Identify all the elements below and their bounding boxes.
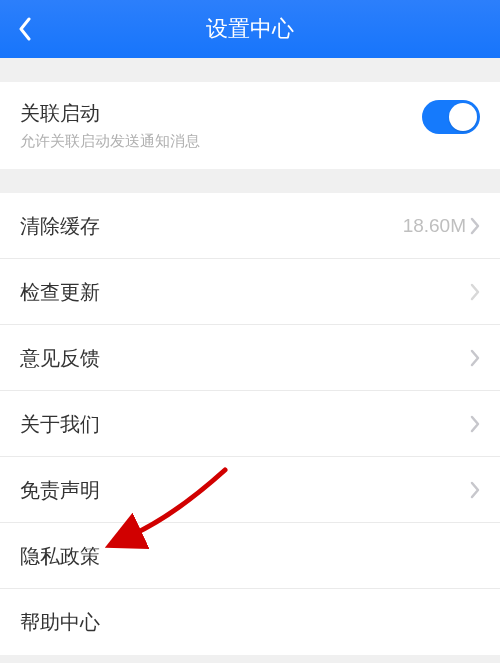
content: 关联启动 允许关联启动发送通知消息 清除缓存 18.60M 检查更新 意见反馈 bbox=[0, 58, 500, 655]
chevron-right-icon bbox=[470, 415, 480, 433]
row-feedback[interactable]: 意见反馈 bbox=[0, 325, 500, 391]
row-disclaimer[interactable]: 免责声明 bbox=[0, 457, 500, 523]
back-button[interactable] bbox=[0, 0, 50, 58]
row-label: 关联启动 bbox=[20, 100, 422, 126]
row-label: 检查更新 bbox=[20, 279, 470, 305]
row-label: 隐私政策 bbox=[20, 543, 480, 569]
linked-launch-toggle[interactable] bbox=[422, 100, 480, 134]
page-title: 设置中心 bbox=[0, 14, 500, 44]
chevron-right-icon bbox=[470, 481, 480, 499]
row-sublabel: 允许关联启动发送通知消息 bbox=[20, 132, 422, 151]
section-gap bbox=[0, 169, 500, 193]
row-check-update[interactable]: 检查更新 bbox=[0, 259, 500, 325]
row-about-us[interactable]: 关于我们 bbox=[0, 391, 500, 457]
row-privacy-policy[interactable]: 隐私政策 bbox=[0, 523, 500, 589]
chevron-right-icon bbox=[470, 283, 480, 301]
row-clear-cache[interactable]: 清除缓存 18.60M bbox=[0, 193, 500, 259]
header: 设置中心 bbox=[0, 0, 500, 58]
row-label: 帮助中心 bbox=[20, 609, 480, 635]
chevron-left-icon bbox=[18, 17, 32, 41]
cache-size: 18.60M bbox=[403, 215, 466, 237]
chevron-right-icon bbox=[470, 217, 480, 235]
row-help-center[interactable]: 帮助中心 bbox=[0, 589, 500, 655]
row-label: 免责声明 bbox=[20, 477, 470, 503]
row-label: 意见反馈 bbox=[20, 345, 470, 371]
row-label: 关于我们 bbox=[20, 411, 470, 437]
section-gap bbox=[0, 58, 500, 82]
chevron-right-icon bbox=[470, 349, 480, 367]
row-linked-launch[interactable]: 关联启动 允许关联启动发送通知消息 bbox=[0, 82, 500, 169]
row-label: 清除缓存 bbox=[20, 213, 403, 239]
